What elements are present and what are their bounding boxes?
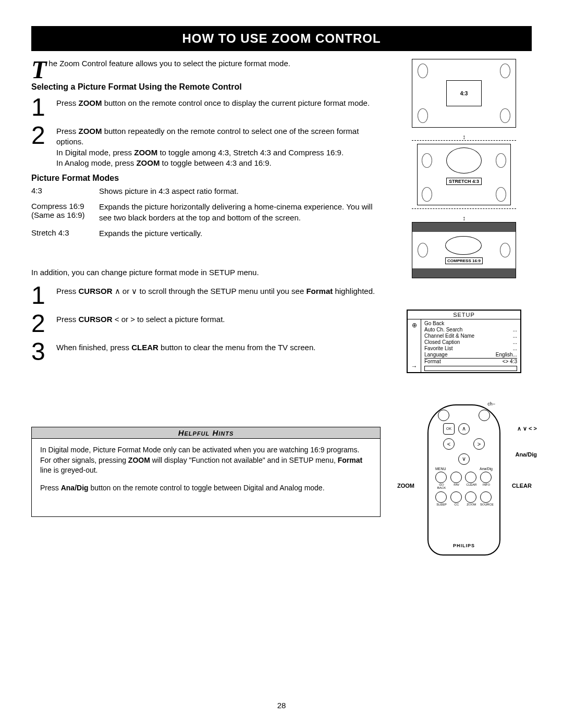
helpful-hints-box: Helpful Hints In Digital mode, Picture F… — [31, 427, 381, 516]
ratio-43-label: 4:3 — [460, 91, 468, 96]
mode-row: Compress 16:9 (Same as 16:9) Expands the… — [31, 202, 381, 223]
modes-table: 4:3 Shows picture in 4:3 aspect ratio fo… — [31, 186, 381, 239]
setup-title: SETUP — [408, 311, 520, 319]
step-number: 1 — [31, 95, 50, 120]
mode-label: Stretch 4:3 — [31, 228, 94, 239]
page: HOW TO USE ZOOM CONTROL T he Zoom Contro… — [0, 0, 563, 728]
dropcap: T — [31, 59, 48, 80]
setup-item: Auto Ch. Search... — [424, 327, 517, 333]
cursor-left-button: < — [443, 438, 455, 450]
section-select-format: Selecting a Picture Format Using the Rem… — [31, 82, 381, 92]
speaker-icon — [496, 153, 506, 168]
speaker-icon — [496, 187, 506, 202]
speaker-icon — [418, 243, 428, 257]
screen-oval — [445, 236, 482, 255]
setup-item: Favorite List... — [424, 346, 517, 352]
step-b3: 3 When finished, press CLEAR button to c… — [31, 339, 381, 364]
setup-list: Go Back Auto Ch. Search... Channel Edit … — [421, 319, 520, 372]
left-column: T he Zoom Control feature allows you to … — [31, 59, 381, 556]
diagram-stretch: ↕ STRETCH 4:3 ↕ — [396, 135, 532, 221]
section-modes: Picture Format Modes — [31, 174, 381, 183]
step-number: 3 — [31, 339, 50, 364]
step-2: 2 Press ZOOM button repeatedly on the re… — [31, 123, 381, 168]
mode-label: Compress 16:9 (Same as 16:9) — [31, 202, 94, 223]
dial-icon: ⊕ — [412, 322, 417, 329]
stretch-43-label: STRETCH 4:3 — [446, 178, 482, 185]
anadig-label: Ana/Dig — [480, 467, 493, 471]
setup-item: Channel Edit & Name... — [424, 333, 517, 339]
remote-button — [438, 410, 449, 421]
speaker-icon — [500, 108, 510, 123]
letterbox-bar — [412, 268, 516, 278]
speaker-icon — [422, 187, 432, 202]
fav-button — [450, 472, 462, 483]
setup-icon-column: ⊕ → — [408, 319, 421, 372]
setup-item: Closed Caption... — [424, 339, 517, 346]
arrow-right-icon: → — [411, 363, 418, 370]
speaker-icon — [500, 243, 510, 257]
zoom-button — [465, 491, 476, 503]
info-button — [480, 472, 492, 483]
remote-control-diagram: ch− ∧ < OK > ∨ MENU Ana/Di — [427, 404, 500, 556]
cursor-down-button: ∨ — [458, 453, 470, 465]
arrow-up-icon: ↕ — [396, 135, 532, 139]
diagram-43-tv: 4:3 — [412, 59, 516, 128]
button-row-2: GO BACK FAV CLEAR INFO — [435, 472, 493, 489]
setup-empty-row — [424, 366, 517, 371]
d-pad: ∧ < OK > ∨ — [443, 423, 485, 465]
goback-button — [435, 472, 447, 483]
arrow-down-icon: ↕ — [396, 216, 532, 220]
menu-label: MENU — [435, 467, 446, 471]
step-2-text: Press ZOOM button repeatedly on the remo… — [56, 123, 381, 168]
callout-anadig: Ana/Dig — [515, 451, 537, 458]
philips-brand: PHILIPS — [453, 543, 475, 548]
intro-paragraph: T he Zoom Control feature allows you to … — [31, 59, 381, 68]
button-row-3: SLEEP CC ZOOM SOURCE — [435, 491, 493, 506]
screen-43: 4:3 — [446, 80, 482, 106]
step-1-text: Press ZOOM button on the remote control … — [56, 95, 370, 108]
callout-clear: CLEAR — [512, 483, 532, 489]
setup-item: Go Back — [424, 320, 517, 327]
hints-body: In Digital mode, Picture Format Mode onl… — [32, 439, 380, 507]
ch-minus-label: ch− — [487, 401, 495, 406]
hint-2: Press Ana/Dig button on the remote contr… — [40, 483, 372, 493]
step-b2: 2 Press CURSOR < or > to select a pictur… — [31, 311, 381, 336]
mode-label: 4:3 — [31, 186, 94, 196]
sleep-button — [435, 491, 447, 503]
right-column: 4:3 ↕ STRETCH 4:3 ↕ — [396, 59, 532, 556]
step-b1-text: Press CURSOR ∧ or ∨ to scroll through th… — [56, 283, 375, 297]
addition-paragraph: In addition, you can change picture form… — [31, 267, 381, 278]
callout-zoom: ZOOM — [397, 483, 414, 489]
speaker-icon — [418, 64, 428, 78]
setup-item-format: Format<> 4:3 — [424, 358, 517, 365]
mode-desc: Expands the picture horizontally deliver… — [99, 202, 381, 223]
intro-text: he Zoom Control feature allows you to se… — [48, 59, 290, 68]
cursor-right-button: > — [473, 438, 485, 450]
speaker-icon — [500, 64, 510, 78]
mode-row: 4:3 Shows picture in 4:3 aspect ratio fo… — [31, 186, 381, 196]
mode-desc: Shows picture in 4:3 aspect ratio format… — [99, 186, 381, 196]
source-button — [480, 491, 492, 503]
screen-ellipse — [446, 147, 482, 174]
step-b2-text: Press CURSOR < or > to select a picture … — [56, 311, 225, 325]
compress-169-label: COMPRESS 16:9 — [445, 257, 483, 264]
hint-1: In Digital mode, Picture Format Mode onl… — [40, 445, 372, 476]
speaker-icon — [422, 153, 432, 168]
speaker-icon — [418, 108, 428, 123]
page-title-bar: HOW TO USE ZOOM CONTROL — [31, 26, 532, 51]
diagram-compress: COMPRESS 16:9 — [412, 222, 516, 278]
setup-item: LanguageEnglish... — [424, 352, 517, 358]
cursor-up-button: ∧ — [458, 423, 470, 435]
step-number: 2 — [31, 311, 50, 336]
step-number: 1 — [31, 283, 50, 308]
step-number: 2 — [31, 123, 50, 148]
mode-desc: Expands the picture vertically. — [99, 228, 381, 239]
letterbox-bar — [412, 223, 516, 232]
ok-button: OK — [443, 423, 455, 435]
page-number: 28 — [0, 701, 563, 710]
content-wrapper: T he Zoom Control feature allows you to … — [31, 59, 532, 556]
clear-button — [465, 472, 476, 483]
remote-button — [479, 410, 490, 421]
callout-arrows: ∧ ∨ < > — [517, 425, 537, 432]
cc-button — [450, 491, 462, 503]
